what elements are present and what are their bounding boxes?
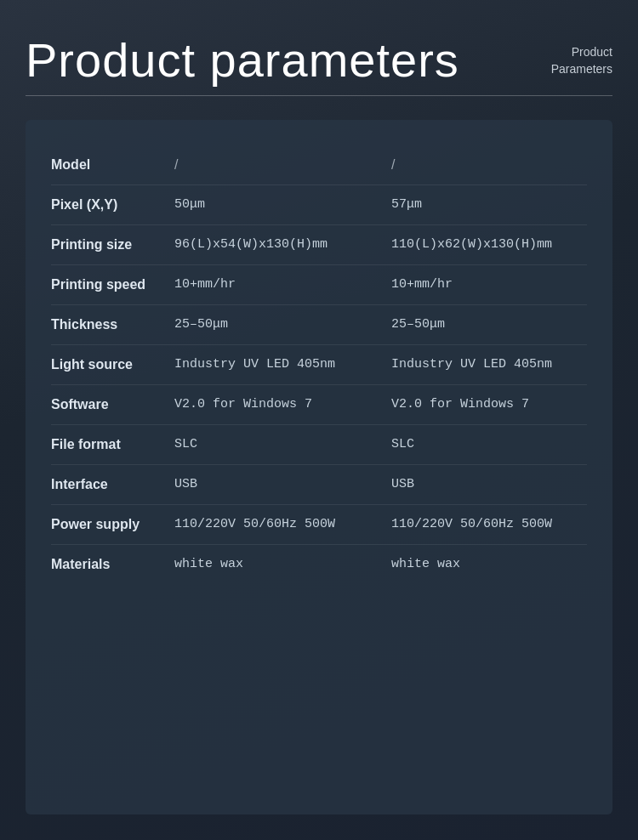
param-value-1: SLC xyxy=(174,424,391,464)
param-value-2: 25–50μm xyxy=(391,304,587,344)
sub-title-line1: Product xyxy=(572,44,612,61)
param-value-2: / xyxy=(391,145,587,185)
param-value-1: white wax xyxy=(174,544,391,584)
param-value-2: Industry UV LED 405nm xyxy=(391,344,587,384)
param-label: Pixel (X,Y) xyxy=(51,184,174,224)
sub-title-block: Product Parameters xyxy=(551,34,612,77)
table-row: File formatSLCSLC xyxy=(51,424,587,464)
param-value-2: USB xyxy=(391,464,587,504)
param-value-1: / xyxy=(174,145,391,185)
table-row: Pixel (X,Y)50μm57μm xyxy=(51,184,587,224)
page-wrapper: Product parameters Product Parameters Mo… xyxy=(0,0,638,840)
param-label: File format xyxy=(51,424,174,464)
parameters-table: Model//Pixel (X,Y)50μm57μmPrinting size9… xyxy=(51,145,587,584)
param-value-2: white wax xyxy=(391,544,587,584)
param-value-2: 10+mm/hr xyxy=(391,264,587,304)
param-label: Power supply xyxy=(51,504,174,544)
param-value-1: Industry UV LED 405nm xyxy=(174,344,391,384)
header-section: Product parameters Product Parameters xyxy=(26,34,612,87)
param-value-1: USB xyxy=(174,464,391,504)
table-row: Printing size96(L)x54(W)x130(H)mm110(L)x… xyxy=(51,224,587,264)
param-value-2: 57μm xyxy=(391,184,587,224)
table-row: Materialswhite waxwhite wax xyxy=(51,544,587,584)
param-value-2: 110/220V 50/60Hz 500W xyxy=(391,504,587,544)
param-value-1: 10+mm/hr xyxy=(174,264,391,304)
sub-title-line2: Parameters xyxy=(551,61,612,78)
param-value-1: V2.0 for Windows 7 xyxy=(174,384,391,424)
param-value-2: SLC xyxy=(391,424,587,464)
param-label: Light source xyxy=(51,344,174,384)
param-label: Thickness xyxy=(51,304,174,344)
table-row: Thickness25–50μm25–50μm xyxy=(51,304,587,344)
table-row: Power supply110/220V 50/60Hz 500W110/220… xyxy=(51,504,587,544)
param-value-2: 110(L)x62(W)x130(H)mm xyxy=(391,224,587,264)
param-label: Printing size xyxy=(51,224,174,264)
param-value-1: 50μm xyxy=(174,184,391,224)
param-label: Model xyxy=(51,145,174,185)
table-row: Printing speed10+mm/hr10+mm/hr xyxy=(51,264,587,304)
header-divider xyxy=(26,95,612,96)
param-value-1: 25–50μm xyxy=(174,304,391,344)
table-row: SoftwareV2.0 for Windows 7V2.0 for Windo… xyxy=(51,384,587,424)
param-label: Interface xyxy=(51,464,174,504)
param-value-1: 110/220V 50/60Hz 500W xyxy=(174,504,391,544)
param-label: Printing speed xyxy=(51,264,174,304)
param-value-2: V2.0 for Windows 7 xyxy=(391,384,587,424)
table-row: Light sourceIndustry UV LED 405nmIndustr… xyxy=(51,344,587,384)
param-value-1: 96(L)x54(W)x130(H)mm xyxy=(174,224,391,264)
table-row: InterfaceUSBUSB xyxy=(51,464,587,504)
param-label: Software xyxy=(51,384,174,424)
table-row: Model// xyxy=(51,145,587,185)
page-title: Product parameters xyxy=(26,34,543,87)
table-container: Model//Pixel (X,Y)50μm57μmPrinting size9… xyxy=(26,120,612,814)
param-label: Materials xyxy=(51,544,174,584)
